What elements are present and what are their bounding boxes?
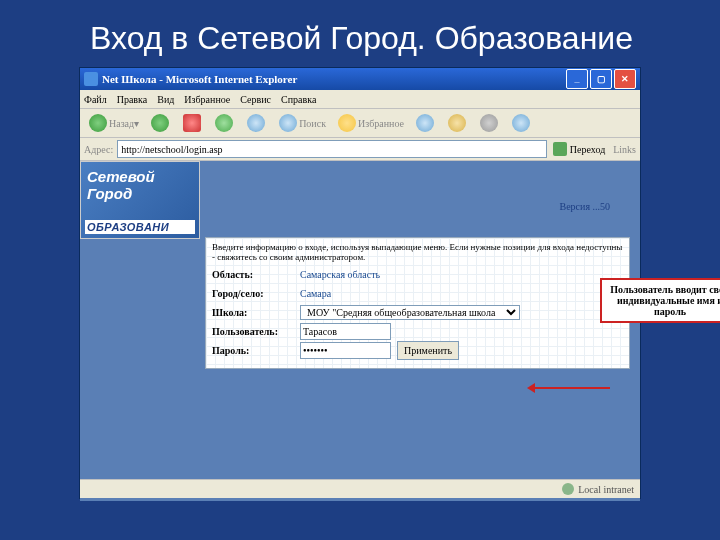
address-bar: Адрес: http://netschool/login.asp Перехо…: [80, 138, 640, 161]
security-zone: Local intranet: [562, 483, 634, 495]
search-label: Поиск: [299, 118, 326, 129]
address-field[interactable]: http://netschool/login.asp: [117, 140, 547, 158]
slide-title: Вход в Сетевой Город. Образование: [0, 0, 720, 67]
edit-icon: [512, 114, 530, 132]
user-label: Пользователь:: [212, 326, 300, 337]
zone-icon: [562, 483, 574, 495]
star-icon: [338, 114, 356, 132]
titlebar[interactable]: Net Школа - Microsoft Internet Explorer …: [80, 68, 640, 90]
mail-button[interactable]: [443, 111, 473, 135]
row-password: Пароль: Применить: [212, 341, 623, 359]
print-icon: [480, 114, 498, 132]
favorites-button[interactable]: Избранное: [333, 111, 409, 135]
back-button[interactable]: Назад ▾: [84, 111, 144, 135]
menu-edit[interactable]: Правка: [117, 94, 148, 105]
logo-line2: Город: [87, 185, 193, 202]
version-text: Версия ...50: [560, 201, 611, 212]
favorites-label: Избранное: [358, 118, 404, 129]
row-user: Пользователь:: [212, 322, 623, 340]
site-logo: Сетевой Город ОБРАЗОВАНИ: [80, 161, 200, 239]
browser-window: Net Школа - Microsoft Internet Explorer …: [79, 67, 641, 499]
logo-education: ОБРАЗОВАНИ: [85, 220, 195, 234]
logo-line1: Сетевой: [87, 168, 193, 185]
print-button[interactable]: [475, 111, 505, 135]
refresh-icon: [215, 114, 233, 132]
window-title: Net Школа - Microsoft Internet Explorer: [102, 73, 297, 85]
page-content: Сетевой Город ОБРАЗОВАНИ Версия ...50 Вв…: [80, 161, 640, 501]
callout-box: Пользователь вводит свои индивидуальные …: [600, 278, 720, 323]
ie-icon: [84, 72, 98, 86]
history-button[interactable]: [411, 111, 441, 135]
refresh-button[interactable]: [210, 111, 240, 135]
login-form: Введите информацию о входе, используя вы…: [205, 237, 630, 369]
close-button[interactable]: ✕: [614, 69, 636, 89]
password-label: Пароль:: [212, 345, 300, 356]
history-icon: [416, 114, 434, 132]
home-button[interactable]: [242, 111, 272, 135]
user-input[interactable]: [300, 323, 391, 340]
address-value: http://netschool/login.asp: [121, 144, 222, 155]
forward-button[interactable]: [146, 111, 176, 135]
zone-label: Local intranet: [578, 484, 634, 495]
title-prefix: Вход в: [90, 20, 197, 56]
submit-button[interactable]: Применить: [397, 341, 459, 360]
address-label: Адрес:: [84, 144, 113, 155]
minimize-button[interactable]: _: [566, 69, 588, 89]
go-icon: [553, 142, 567, 156]
edit-button[interactable]: [507, 111, 537, 135]
menu-view[interactable]: Вид: [157, 94, 174, 105]
school-label: Школа:: [212, 307, 300, 318]
title-accent: Сетевой Город. Образование: [197, 20, 633, 56]
school-select[interactable]: МОУ "Средняя общеобразовательная школа: [300, 305, 520, 320]
mail-icon: [448, 114, 466, 132]
city-label: Город/село:: [212, 288, 300, 299]
home-icon: [247, 114, 265, 132]
go-button[interactable]: Переход: [553, 142, 605, 156]
back-icon: [89, 114, 107, 132]
search-button[interactable]: Поиск: [274, 111, 331, 135]
row-city: Город/село: Самара: [212, 284, 623, 302]
search-icon: [279, 114, 297, 132]
menu-bar: Файл Правка Вид Избранное Сервис Справка: [80, 90, 640, 109]
links-label[interactable]: Links: [613, 144, 636, 155]
row-school: Школа: МОУ "Средняя общеобразовательная …: [212, 303, 623, 321]
status-bar: Local intranet: [80, 479, 640, 498]
form-hint: Введите информацию о входе, используя вы…: [212, 242, 623, 262]
menu-tools[interactable]: Сервис: [240, 94, 271, 105]
maximize-button[interactable]: ▢: [590, 69, 612, 89]
password-input[interactable]: [300, 342, 391, 359]
menu-file[interactable]: Файл: [84, 94, 107, 105]
row-region: Область: Самарская область: [212, 265, 623, 283]
menu-help[interactable]: Справка: [281, 94, 316, 105]
forward-icon: [151, 114, 169, 132]
back-label: Назад: [109, 118, 134, 129]
region-label: Область:: [212, 269, 300, 280]
callout-arrow: [530, 387, 610, 389]
city-value[interactable]: Самара: [300, 288, 331, 299]
stop-button[interactable]: [178, 111, 208, 135]
region-value[interactable]: Самарская область: [300, 269, 380, 280]
menu-favorites[interactable]: Избранное: [184, 94, 230, 105]
toolbar: Назад ▾ Поиск Избранное: [80, 109, 640, 138]
stop-icon: [183, 114, 201, 132]
go-label: Переход: [570, 144, 605, 155]
